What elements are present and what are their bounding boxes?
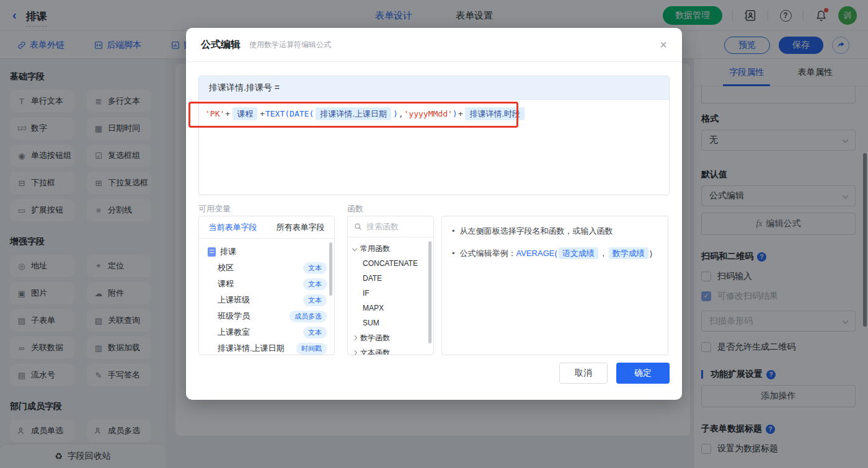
variable-root-label: 排课 <box>220 246 236 257</box>
variable-name: 上课班级 <box>218 294 250 306</box>
tip-text: 从左侧面板选择字段名和函数，或输入函数 <box>460 225 613 237</box>
bullet-icon: • <box>452 247 455 260</box>
formula-str: 'yyyyMMdd' <box>404 109 453 118</box>
functions-label: 函数 <box>347 203 363 214</box>
formula-op: , <box>399 109 404 118</box>
bullet-icon: • <box>452 225 455 237</box>
variable-row-上课班级[interactable]: 上课班级文本 <box>199 292 334 308</box>
formula-field-token[interactable]: 排课详情.时段 <box>465 107 525 120</box>
form-doc-icon <box>208 247 216 257</box>
vars-tab-当前表单字段[interactable]: 当前表单字段 <box>209 222 257 233</box>
functions-panel: 搜索函数 常用函数CONCATENATEDATEIFMAPXSUM数学函数文本函… <box>347 216 434 355</box>
variable-name: 课程 <box>218 278 234 289</box>
variables-scrollbar[interactable] <box>329 242 332 296</box>
cancel-button[interactable]: 取消 <box>559 363 608 384</box>
function-item-CONCATENATE[interactable]: CONCATENATE <box>348 256 433 271</box>
example-token: 语文成绩 <box>559 247 598 259</box>
formula-field-token[interactable]: 排课详情.上课日期 <box>316 107 391 120</box>
variables-label: 可用变量 <box>198 203 231 214</box>
function-group-文本函数[interactable]: 文本函数 <box>348 345 433 355</box>
function-group-数学函数[interactable]: 数学函数 <box>348 330 433 345</box>
function-item-IF[interactable]: IF <box>348 286 433 301</box>
formula-op: + <box>458 109 463 118</box>
modal-title: 公式编辑 <box>201 38 241 51</box>
formula-editor-modal: 公式编辑 使用数学运算符编辑公式 × 排课详情.排课号 = 'PK'+课程+TE… <box>186 28 682 400</box>
variable-name: 班级学员 <box>218 311 250 322</box>
formula-op: + <box>225 109 230 118</box>
chevron-right-icon <box>352 335 357 340</box>
chevron-right-icon <box>352 350 357 355</box>
function-group-label: 常用函数 <box>360 244 390 254</box>
tip-example: 公式编辑举例：AVERAGE(语文成绩，数学成绩) <box>460 247 653 260</box>
function-group-label: 文本函数 <box>360 348 390 356</box>
vars-tab-所有表单字段[interactable]: 所有表单字段 <box>277 222 325 233</box>
variable-type-badge: 文本 <box>303 294 327 306</box>
formula-field-token[interactable]: 课程 <box>232 107 257 120</box>
formula-target: 排课详情.排课号 = <box>199 76 669 100</box>
function-group-label: 数学函数 <box>360 333 390 343</box>
variable-type-badge: 文本 <box>303 327 327 338</box>
variable-name: 上课教室 <box>218 327 250 338</box>
formula-tips-panel: •从左侧面板选择字段名和函数，或输入函数 • 公式编辑举例：AVERAGE(语文… <box>441 216 668 355</box>
function-group-常用函数[interactable]: 常用函数 <box>348 241 433 256</box>
formula-str: 'PK' <box>205 109 224 118</box>
variable-row-课程[interactable]: 课程文本 <box>199 276 334 292</box>
variable-name: 排课详情.上课日期 <box>218 343 285 354</box>
variable-type-badge: 成员多选 <box>290 311 327 322</box>
variable-name: 校区 <box>218 262 234 273</box>
variable-root-row[interactable]: 排课 <box>199 244 334 260</box>
formula-op: + <box>260 109 265 118</box>
function-search[interactable]: 搜索函数 <box>348 216 433 237</box>
variable-row-班级学员[interactable]: 班级学员成员多选 <box>199 308 334 324</box>
variable-type-badge: 文本 <box>303 278 327 290</box>
example-token: 数学成绩 <box>609 247 649 259</box>
variable-row-上课教室[interactable]: 上课教室文本 <box>199 324 334 340</box>
variable-type-badge: 时间戳 <box>296 343 327 355</box>
formula-func: ) <box>393 109 398 118</box>
function-item-SUM[interactable]: SUM <box>348 316 433 330</box>
function-search-placeholder: 搜索函数 <box>366 221 399 232</box>
formula-func: ) <box>453 109 458 118</box>
chevron-down-icon <box>352 246 357 251</box>
formula-editor[interactable]: 'PK'+课程+TEXT(DATE(排课详情.上课日期),'yyyyMMdd')… <box>199 100 669 128</box>
variable-row-排课详情.上课日期[interactable]: 排课详情.上课日期时间戳 <box>199 340 334 355</box>
function-item-MAPX[interactable]: MAPX <box>348 301 433 316</box>
variables-panel: 当前表单字段所有表单字段 排课校区文本课程文本上课班级文本班级学员成员多选上课教… <box>198 216 335 355</box>
function-item-DATE[interactable]: DATE <box>348 271 433 286</box>
search-icon <box>354 223 362 231</box>
confirm-button[interactable]: 确定 <box>616 363 670 384</box>
functions-scrollbar[interactable] <box>428 241 432 343</box>
modal-subtitle: 使用数学运算符编辑公式 <box>249 40 331 50</box>
variable-type-badge: 文本 <box>303 262 327 274</box>
formula-box: 排课详情.排课号 = 'PK'+课程+TEXT(DATE(排课详情.上课日期),… <box>198 76 670 195</box>
variable-row-校区[interactable]: 校区文本 <box>199 260 334 276</box>
close-icon[interactable]: × <box>660 38 667 51</box>
formula-func: TEXT(DATE( <box>265 109 314 118</box>
